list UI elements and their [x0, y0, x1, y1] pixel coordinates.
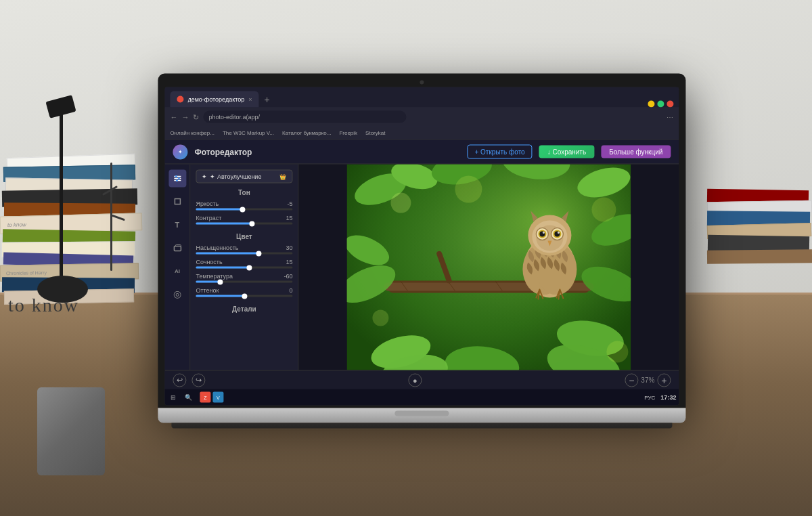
bookmark-5[interactable]: Storykat [365, 130, 385, 136]
back-button[interactable]: ← [170, 113, 177, 121]
new-tab-button[interactable]: + [260, 94, 273, 105]
crop-tool[interactable] [168, 193, 186, 211]
bookmark-2[interactable]: The W3C Markup V... [223, 130, 274, 136]
owl-photo [346, 165, 631, 370]
brightness-label: Яркость -5 [196, 200, 292, 207]
auto-enhance-button[interactable]: ✦ ✦ Автоулучшение 👑 [196, 170, 292, 184]
forward-button[interactable]: → [181, 113, 189, 121]
taskbar-pinned-icons: Z V [200, 392, 223, 403]
undo-button[interactable]: ↩ [173, 373, 186, 387]
brightness-fill [196, 209, 242, 211]
svg-point-3 [175, 175, 177, 177]
ai-tool[interactable]: AI [168, 262, 186, 280]
laptop-screen: демо-фоторедактор × + ← → [164, 87, 679, 406]
effects-tool[interactable]: ◎ [168, 285, 186, 303]
tint-track[interactable] [196, 295, 292, 297]
contrast-label-text: Контраст [196, 215, 221, 221]
svg-point-4 [177, 177, 179, 179]
app-main: T AI [164, 165, 679, 370]
bookmark-4[interactable]: Freepik [339, 130, 357, 136]
tab-bar: демо-фоторедактор × + [164, 87, 679, 108]
temperature-slider-row: Температура -60 [196, 273, 292, 283]
auto-enhance-label: ✦ Автоулучшение [210, 173, 261, 180]
vibrance-label-text: Сочность [196, 259, 222, 265]
tint-thumb[interactable] [242, 293, 247, 299]
lamp-base [37, 276, 88, 303]
tint-fill [196, 295, 244, 297]
zoom-level: 37% [641, 377, 654, 384]
saturation-thumb[interactable] [256, 251, 261, 256]
text-tool[interactable]: T [168, 216, 186, 234]
details-section-title: Детали [196, 305, 292, 313]
brightness-value: -5 [287, 200, 292, 207]
plant [98, 163, 125, 271]
tint-slider-row: Оттенок 0 [196, 287, 292, 297]
taskbar: ⊞ 🔍 Z V [164, 389, 679, 406]
close-button[interactable] [667, 101, 673, 108]
temperature-value: -60 [284, 273, 292, 280]
vibrance-label: Сочность 15 [196, 259, 292, 265]
tab-favicon [177, 96, 183, 103]
zoom-in-button[interactable]: + [657, 373, 671, 387]
bookmarks-bar: Онлайн конфер... The W3C Markup V... Кат… [164, 127, 679, 140]
start-button[interactable]: ⊞ [167, 391, 179, 404]
browser-chrome: демо-фоторедактор × + ← → [164, 87, 679, 406]
tab-close-button[interactable]: × [248, 96, 252, 103]
color-section: Цвет Насыщенность 30 [196, 233, 292, 297]
bookmark-3[interactable]: Каталог букмарко... [282, 130, 331, 136]
vibrance-slider-row: Сочность 15 [196, 259, 292, 269]
saturation-slider-row: Насыщенность 30 [196, 244, 292, 255]
saturation-track[interactable] [196, 253, 292, 255]
minimize-button[interactable] [648, 101, 654, 108]
brightness-thumb[interactable] [240, 207, 245, 212]
svg-rect-6 [175, 199, 180, 205]
webcam [420, 81, 424, 85]
taskbar-lang: РУС [644, 394, 655, 400]
bookmark-1[interactable]: Онлайн конфер... [170, 130, 214, 136]
more-features-button[interactable]: Больше функций [601, 146, 671, 158]
browser-toolbar-right: ⋯ [410, 113, 673, 121]
crown-icon: 👑 [279, 173, 286, 179]
svg-point-42 [558, 232, 560, 234]
bottom-toolbar: ↩ ↪ ● − 37% + [164, 370, 679, 389]
tab-title: демо-фоторедактор [187, 96, 244, 103]
concrete-cylinder [37, 387, 105, 475]
browser-tab-active[interactable]: демо-фоторедактор × [170, 91, 258, 108]
temperature-thumb[interactable] [217, 279, 223, 284]
keyboard-strip [171, 423, 672, 429]
open-photo-button[interactable]: + Открыть фото [467, 145, 532, 159]
brightness-track[interactable] [196, 209, 292, 211]
brightness-label-text: Яркость [196, 200, 219, 207]
sliders-tool[interactable] [168, 170, 186, 188]
search-taskbar-button[interactable]: 🔍 [182, 391, 194, 404]
layers-tool[interactable] [168, 239, 186, 257]
window-controls [648, 101, 673, 108]
save-button[interactable]: ↓ Сохранить [539, 146, 594, 158]
contrast-track[interactable] [196, 223, 292, 225]
center-controls: ● [408, 373, 422, 387]
laptop: демо-фоторедактор × + ← → [158, 74, 685, 429]
maximize-button[interactable] [657, 101, 664, 108]
brightness-slider-row: Яркость -5 [196, 200, 292, 211]
address-bar: ← → ↻ photo-editor.a(app/ ⋯ [164, 108, 679, 127]
temperature-track[interactable] [196, 281, 292, 283]
taskbar-icon-2[interactable]: V [212, 392, 223, 403]
app-logo: ✦ [173, 144, 187, 159]
app-content: ✦ Фоторедактор + Открыть фото ↓ Сохранит… [164, 140, 679, 406]
tone-section-title: Тон [196, 189, 292, 196]
redo-button[interactable]: ↪ [191, 373, 205, 387]
vibrance-thumb[interactable] [246, 265, 252, 270]
zoom-out-button[interactable]: − [625, 373, 638, 387]
contrast-thumb[interactable] [249, 221, 254, 226]
taskbar-time: 17:32 [660, 394, 676, 401]
svg-point-5 [175, 179, 177, 181]
reload-button[interactable]: ↻ [193, 112, 199, 121]
url-input[interactable]: photo-editor.a(app/ [203, 111, 406, 123]
vibrance-track[interactable] [196, 267, 292, 269]
taskbar-icon-1[interactable]: Z [200, 392, 210, 403]
background: to know Chronicles of Harry to know [0, 0, 812, 516]
svg-rect-8 [175, 245, 181, 246]
preview-button[interactable]: ● [408, 373, 422, 387]
color-section-title: Цвет [196, 233, 292, 240]
extension-icons: ⋯ [667, 113, 673, 121]
